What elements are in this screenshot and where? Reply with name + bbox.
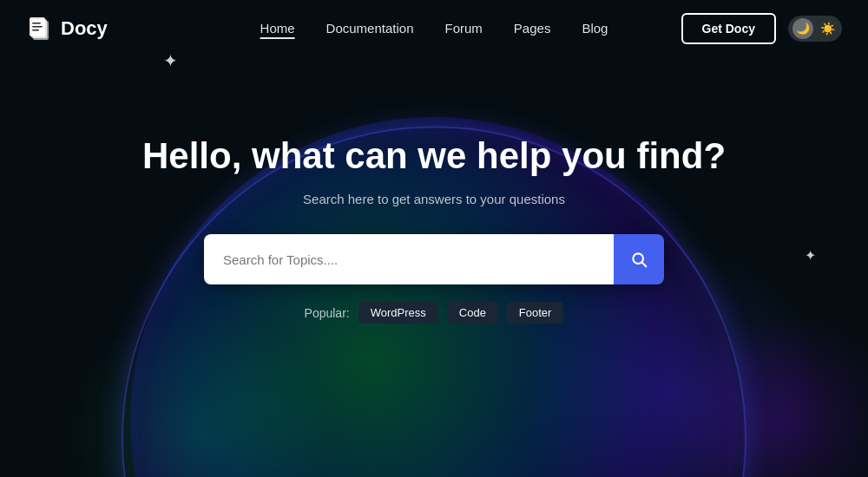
popular-label: Popular: [305, 306, 350, 320]
tag-wordpress[interactable]: WordPress [358, 302, 438, 323]
search-icon [630, 251, 648, 268]
logo-icon [26, 15, 54, 42]
search-button[interactable] [614, 234, 664, 284]
hero-title: Hello, what can we help you find? [142, 134, 726, 178]
svg-rect-5 [32, 29, 39, 31]
hero-subtitle: Search here to get answers to your quest… [303, 192, 565, 206]
navbar: Docy Home Documentation Forum Pages Blog… [0, 0, 868, 56]
logo-link[interactable]: Docy [26, 15, 108, 42]
hero-section: Hello, what can we help you find? Search… [0, 56, 868, 323]
get-docy-button[interactable]: Get Docy [681, 13, 776, 44]
tag-code[interactable]: Code [447, 302, 498, 323]
nav-item-home[interactable]: Home [260, 21, 295, 39]
svg-rect-4 [32, 26, 43, 28]
nav-item-documentation[interactable]: Documentation [326, 21, 414, 36]
theme-toggle-button[interactable]: 🌙 ☀️ [788, 16, 842, 42]
tag-footer[interactable]: Footer [507, 302, 564, 323]
moon-icon: 🌙 [792, 18, 813, 39]
search-input[interactable] [204, 234, 614, 284]
nav-item-pages[interactable]: Pages [514, 21, 551, 36]
nav-item-forum[interactable]: Forum [445, 21, 483, 36]
svg-rect-2 [31, 19, 47, 38]
search-bar [204, 234, 664, 284]
sun-icon: ☀️ [817, 18, 838, 39]
bg-glow-green [69, 304, 330, 477]
nav-item-blog[interactable]: Blog [582, 21, 608, 36]
popular-row: Popular: WordPress Code Footer [305, 302, 564, 323]
nav-right: Get Docy 🌙 ☀️ [681, 13, 842, 44]
svg-rect-3 [32, 23, 41, 24]
logo-text: Docy [61, 17, 108, 40]
bg-glow-purple [677, 312, 868, 477]
svg-line-7 [642, 263, 647, 267]
nav-links: Home Documentation Forum Pages Blog [260, 21, 608, 36]
